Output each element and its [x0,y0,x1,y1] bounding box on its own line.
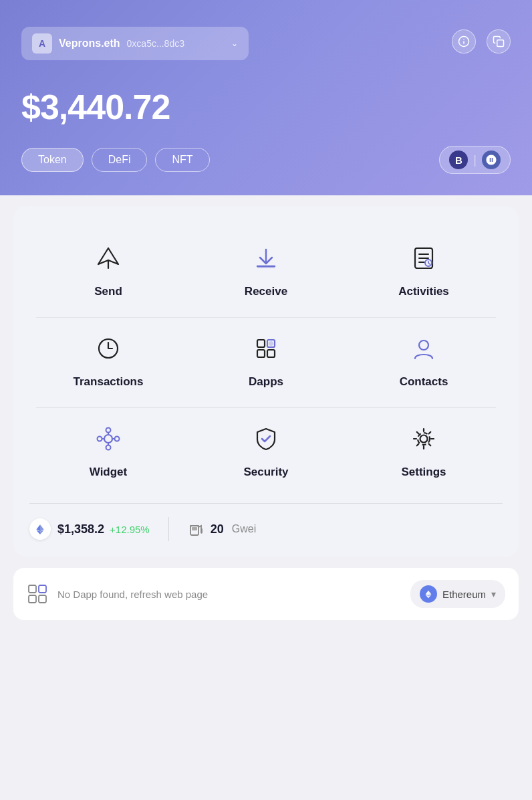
svg-rect-18 [267,350,275,357]
dapps-bar-icon [27,583,48,605]
svg-point-25 [115,437,120,441]
ethereum-network-selector[interactable]: Ethereum ▾ [410,580,505,608]
tab-defi[interactable]: DeFi [92,148,148,172]
info-button[interactable] [452,29,476,54]
dapps-label: Dapps [249,375,283,389]
action-contacts[interactable]: Contacts [345,318,503,407]
svg-point-30 [420,435,428,443]
widget-icon [91,421,126,456]
eth-price: $1,358.2 [57,522,104,536]
contacts-icon [406,331,441,366]
gas-section: 20 Gwei [188,520,256,538]
svg-rect-38 [39,595,46,603]
gas-icon [188,520,205,538]
wallet-name: Veprons.eth [59,37,120,49]
svg-point-24 [98,437,102,441]
partner-logos[interactable]: B | [439,146,511,174]
partner2-logo [482,151,501,169]
svg-rect-37 [29,595,36,603]
activities-icon [406,241,441,276]
gas-unit: Gwei [232,523,256,535]
price-bar: $1,358.2 +12.95% 20 Gwei [29,503,503,541]
svg-point-21 [104,435,112,443]
contacts-label: Contacts [400,375,448,389]
svg-point-19 [269,341,273,346]
svg-rect-36 [39,585,46,593]
svg-rect-15 [257,340,265,347]
ethereum-network-icon [420,585,437,603]
svg-rect-35 [29,585,36,593]
chevron-down-icon: ⌄ [231,39,238,48]
action-dapps[interactable]: Dapps [187,318,345,407]
action-send[interactable]: Send [29,227,187,317]
price-bar-divider [168,517,169,541]
chevron-down-icon: ▾ [491,589,496,599]
dapp-bar-message: No Dapp found, refresh web page [57,589,401,600]
wallet-address: 0xca5c...8dc3 [127,38,184,49]
receive-icon [249,241,283,276]
svg-rect-3 [497,40,504,47]
svg-rect-33 [192,527,197,530]
svg-point-20 [419,340,428,350]
copy-button[interactable] [487,29,511,54]
partner1-logo: B [449,151,468,169]
network-label: Ethereum [442,589,486,600]
svg-point-22 [106,428,111,433]
action-receive[interactable]: Receive [187,227,345,317]
dapps-icon [249,331,283,366]
settings-icon [406,421,441,456]
eth-logo [29,518,51,540]
transactions-label: Transactions [74,375,144,389]
security-icon [249,421,283,456]
main-card: Send Receive [13,206,519,557]
svg-rect-17 [257,350,265,357]
dapp-bar: No Dapp found, refresh web page Ethereum… [13,568,519,620]
header-icons [452,29,511,54]
send-icon [91,241,126,276]
security-label: Security [243,466,288,479]
balance-display: $3,440.72 [21,87,511,127]
tab-row: Token DeFi NFT B | [21,146,511,174]
settings-label: Settings [401,466,446,479]
avatar: A [32,33,52,54]
action-security[interactable]: Security [187,408,345,498]
action-settings[interactable]: Settings [345,408,503,498]
actions-grid: Send Receive [29,227,503,498]
action-activities[interactable]: Activities [345,227,503,317]
activities-label: Activities [398,285,449,298]
eth-change: +12.95% [110,524,150,535]
send-label: Send [94,285,122,298]
svg-point-23 [106,445,111,450]
hero-section: A Veprons.eth 0xca5c...8dc3 ⌄ $3,440.72 … [0,0,532,195]
widget-label: Widget [90,466,128,479]
address-bar[interactable]: A Veprons.eth 0xca5c...8dc3 ⌄ [21,27,249,60]
gas-value: 20 [211,522,224,536]
transactions-icon [91,331,126,366]
partner-divider: | [473,153,477,167]
receive-label: Receive [245,285,287,298]
action-transactions[interactable]: Transactions [29,318,187,407]
tab-nft[interactable]: NFT [155,148,209,172]
action-widget[interactable]: Widget [29,408,187,498]
tab-token[interactable]: Token [21,148,84,172]
